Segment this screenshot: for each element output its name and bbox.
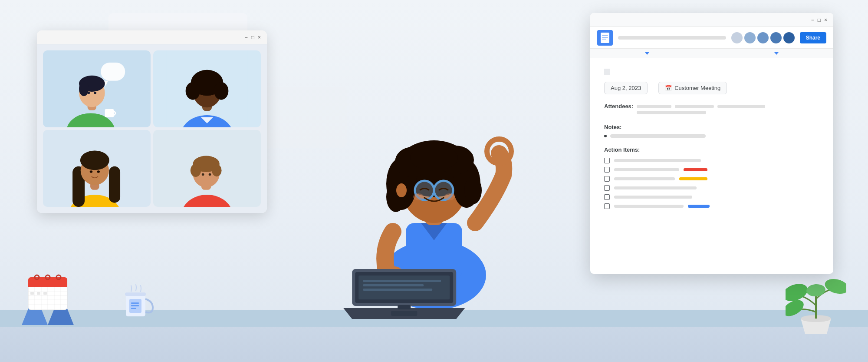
svg-rect-69 xyxy=(125,292,146,296)
attendees-label: Attendees: xyxy=(604,103,633,110)
svg-rect-66 xyxy=(131,302,139,304)
svg-point-28 xyxy=(90,170,93,173)
svg-point-9 xyxy=(94,92,96,94)
action-item-3 xyxy=(604,176,819,182)
svg-rect-43 xyxy=(602,39,606,40)
svg-point-7 xyxy=(79,82,89,96)
close-button[interactable]: × xyxy=(258,35,261,40)
maximize-button[interactable]: □ xyxy=(251,35,254,40)
svg-rect-101 xyxy=(398,305,411,309)
svg-rect-62 xyxy=(37,292,40,295)
action-text-2 xyxy=(614,168,679,171)
video-participant-4 xyxy=(153,130,261,207)
checkbox-3[interactable] xyxy=(604,176,610,182)
attendees-section: Attendees: xyxy=(604,103,819,114)
attendee-line-2 xyxy=(675,105,714,108)
svg-point-17 xyxy=(186,82,201,100)
svg-rect-63 xyxy=(43,292,47,295)
google-docs-icon xyxy=(597,30,613,46)
video-participant-1 xyxy=(43,50,151,127)
svg-rect-61 xyxy=(30,292,34,295)
svg-point-37 xyxy=(202,173,204,176)
checkbox-5[interactable] xyxy=(604,194,610,200)
attendee-line-1 xyxy=(637,105,671,108)
action-item-2 xyxy=(604,167,819,173)
action-item-1 xyxy=(604,158,819,163)
docs-toolbar: Share xyxy=(590,27,833,49)
video-participant-3 xyxy=(43,130,151,207)
svg-point-92 xyxy=(413,193,424,200)
svg-rect-100 xyxy=(363,289,432,291)
tag-blue-1 xyxy=(688,205,710,208)
svg-rect-24 xyxy=(109,166,120,203)
attendee-line-3 xyxy=(717,105,765,108)
docs-close-button[interactable]: × xyxy=(824,17,827,23)
svg-rect-10 xyxy=(105,109,114,117)
video-participant-2 xyxy=(153,50,261,127)
attendee-line-4 xyxy=(637,111,706,114)
docs-maximize-button[interactable]: □ xyxy=(818,17,821,23)
docs-content: Aug 2, 2023 📅 Customer Meeting Attendees… xyxy=(590,58,833,274)
svg-rect-97 xyxy=(358,276,450,299)
share-button[interactable]: Share xyxy=(800,32,826,43)
docs-ruler xyxy=(590,49,833,58)
action-text-5 xyxy=(614,196,692,199)
svg-rect-67 xyxy=(131,305,139,306)
svg-rect-48 xyxy=(28,282,67,287)
svg-point-27 xyxy=(80,151,109,170)
action-item-5 xyxy=(604,194,819,200)
mug-decoration xyxy=(122,284,156,319)
ruler-marker-right xyxy=(774,52,779,55)
svg-point-8 xyxy=(88,92,90,94)
tag-red-1 xyxy=(684,168,707,171)
meeting-info-row: Aug 2, 2023 📅 Customer Meeting xyxy=(604,82,819,94)
svg-rect-41 xyxy=(602,35,608,36)
svg-point-86 xyxy=(410,145,458,171)
meeting-title-badge: 📅 Customer Meeting xyxy=(658,82,727,94)
video-titlebar: − □ × xyxy=(37,30,267,44)
bullet-point-1 xyxy=(604,135,607,137)
action-text-4 xyxy=(614,186,697,189)
action-text-6 xyxy=(614,205,684,208)
notes-section: Notes: xyxy=(604,123,819,138)
docs-titlebar: − □ × xyxy=(590,13,833,27)
docs-window-controls: − □ × xyxy=(811,17,827,23)
action-item-4 xyxy=(604,185,819,191)
info-divider xyxy=(653,82,653,94)
checkbox-2[interactable] xyxy=(604,167,610,173)
ruler-marker-left xyxy=(645,52,649,55)
avatar-2 xyxy=(744,32,756,43)
svg-point-88 xyxy=(464,176,482,204)
avatar-group xyxy=(731,32,795,43)
svg-point-93 xyxy=(444,193,455,200)
svg-rect-68 xyxy=(131,308,136,309)
svg-point-29 xyxy=(97,170,100,173)
docs-window: − □ × Share xyxy=(590,13,833,274)
svg-rect-99 xyxy=(363,284,424,286)
svg-rect-98 xyxy=(363,280,441,282)
action-items-label: Action Items: xyxy=(604,146,640,153)
checkbox-6[interactable] xyxy=(604,203,610,209)
action-items-section: Action Items: xyxy=(604,146,819,209)
action-text-1 xyxy=(614,159,701,162)
svg-point-72 xyxy=(823,276,846,296)
calendar-icon: 📅 xyxy=(665,85,672,91)
docs-title-text xyxy=(618,36,726,40)
meeting-date-badge: Aug 2, 2023 xyxy=(604,82,648,94)
calendar-decoration xyxy=(22,269,74,321)
svg-point-19 xyxy=(202,93,205,96)
avatar-4 xyxy=(770,32,782,43)
svg-point-20 xyxy=(210,93,212,96)
avatar-5 xyxy=(783,32,795,43)
checkbox-4[interactable] xyxy=(604,185,610,191)
avatar-3 xyxy=(757,32,769,43)
checkbox-1[interactable] xyxy=(604,158,610,163)
notes-label: Notes: xyxy=(604,124,621,130)
tag-yellow-1 xyxy=(679,177,707,180)
svg-point-38 xyxy=(209,173,211,176)
svg-rect-102 xyxy=(391,311,417,316)
svg-point-18 xyxy=(214,82,229,100)
svg-point-36 xyxy=(212,164,221,176)
docs-minimize-button[interactable]: − xyxy=(811,17,814,23)
minimize-button[interactable]: − xyxy=(245,35,248,40)
